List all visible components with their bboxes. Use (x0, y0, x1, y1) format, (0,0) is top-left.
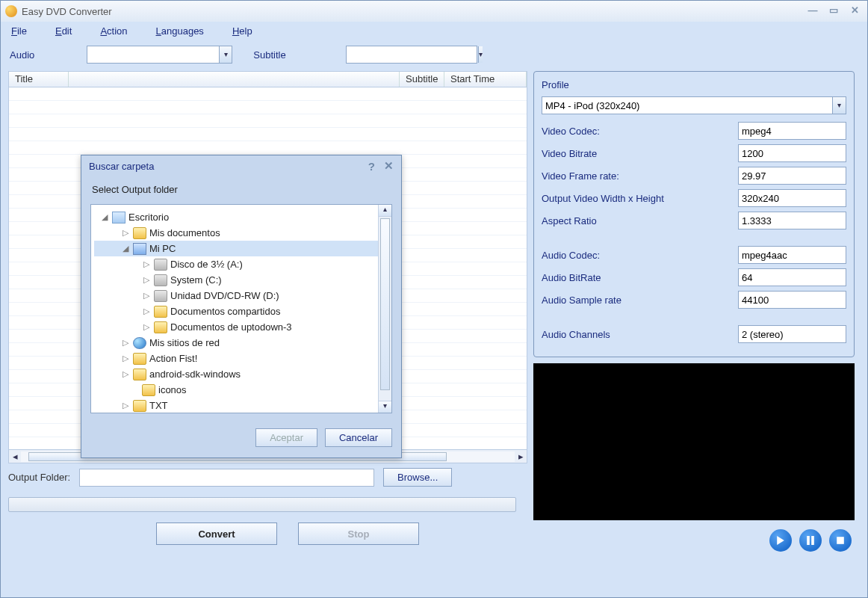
audio-label: Audio (10, 49, 34, 61)
list-header: Title Subtitle Start Time (8, 71, 527, 87)
scroll-thumb[interactable] (380, 218, 390, 390)
output-folder-row: Output Folder: Browse... (8, 468, 527, 487)
folder-tree[interactable]: ◢Escritorio ▷Mis documentos ◢Mi PC ▷Disc… (90, 204, 392, 413)
stop-button[interactable]: Stop (298, 523, 419, 545)
menu-file[interactable]: File (11, 25, 27, 37)
scroll-right-icon[interactable]: ▸ (515, 451, 527, 462)
scroll-down-icon[interactable]: ▾ (379, 401, 391, 413)
svg-rect-1 (811, 536, 814, 545)
output-wh-label: Output Video Width x Height (542, 193, 738, 204)
dialog-subtitle: Select Output folder (81, 176, 401, 200)
video-codec-select[interactable]: ▾ (738, 122, 846, 140)
audio-select[interactable]: ▾ (87, 46, 232, 64)
chevron-down-icon[interactable]: ▾ (478, 46, 483, 63)
tree-txt[interactable]: TXT (149, 400, 168, 411)
profile-label: Profile (542, 79, 846, 90)
menu-languages[interactable]: Languages (156, 25, 204, 37)
output-folder-label: Output Folder: (8, 472, 70, 483)
scroll-left-icon[interactable]: ◂ (9, 451, 21, 462)
col-start-time[interactable]: Start Time (444, 72, 527, 87)
tree-uptodown[interactable]: Documentos de uptodown-3 (170, 321, 292, 333)
dvd-drive-icon (154, 290, 167, 302)
audio-bitrate-select[interactable]: ▾ (738, 268, 846, 286)
cancel-button[interactable]: Cancelar (325, 428, 392, 447)
tree-scrollbar[interactable]: ▴ ▾ (378, 205, 391, 413)
profile-select[interactable]: ▾ (542, 96, 846, 114)
app-icon (5, 5, 17, 17)
dialog-close-icon[interactable]: ✕ (384, 159, 394, 173)
tree-androidsdk[interactable]: android-sdk-windows (149, 369, 241, 380)
audio-channels-select[interactable]: ▾ (738, 325, 846, 343)
title-list: Title Subtitle Start Time ◂ ▸ Output Fol… (8, 71, 527, 552)
pause-button[interactable] (799, 529, 822, 552)
video-framerate-label: Video Frame rate: (542, 170, 738, 182)
video-codec-label: Video Codec: (542, 126, 738, 137)
folder-icon (154, 321, 167, 333)
col-title[interactable]: Title (9, 72, 69, 87)
tree-shared[interactable]: Documentos compartidos (170, 306, 280, 317)
tree-actionfist[interactable]: Action Fist! (149, 353, 197, 364)
close-button[interactable]: ✕ (846, 5, 863, 17)
folder-icon (133, 353, 146, 365)
subtitle-label: Subtitle (253, 49, 285, 61)
app-title: Easy DVD Converter (22, 6, 112, 17)
menu-help[interactable]: Help (232, 25, 252, 37)
computer-icon (133, 243, 146, 255)
tree-dvd[interactable]: Unidad DVD/CD-RW (D:) (170, 290, 279, 301)
stop-playback-button[interactable] (829, 529, 852, 552)
play-button[interactable] (769, 529, 792, 552)
tree-mypc[interactable]: Mi PC (149, 243, 176, 254)
network-icon (133, 337, 146, 349)
scroll-up-icon[interactable]: ▴ (379, 205, 391, 217)
subtitle-input[interactable] (347, 46, 478, 63)
folder-browser-dialog: Buscar carpeta ? ✕ Select Output folder … (81, 155, 402, 458)
col-subtitle[interactable]: Subtitle (400, 72, 444, 87)
audio-samplerate-label: Audio Sample rate (542, 295, 738, 306)
maximize-button[interactable]: ▭ (825, 5, 842, 17)
menu-edit[interactable]: Edit (55, 25, 72, 37)
audio-samplerate-select[interactable]: ▾ (738, 291, 846, 309)
chevron-down-icon[interactable]: ▾ (832, 97, 846, 114)
drive-icon (154, 274, 167, 286)
video-bitrate-label: Video Bitrate (542, 148, 738, 159)
audio-codec-select[interactable]: ▾ (738, 246, 846, 264)
minimize-button[interactable]: — (805, 5, 821, 17)
audio-channels-label: Audio Channels (542, 329, 738, 340)
browse-button[interactable]: Browse... (383, 468, 452, 487)
tree-network[interactable]: Mis sitios de red (149, 337, 220, 348)
folder-icon (133, 400, 146, 412)
accept-button[interactable]: Aceptar (255, 428, 317, 447)
progress-bar (8, 497, 516, 512)
video-preview (533, 363, 855, 520)
desktop-icon (112, 212, 125, 224)
audio-input[interactable] (87, 46, 219, 63)
menu-action[interactable]: Action (100, 25, 127, 37)
audio-bitrate-label: Audio BitRate (542, 272, 738, 283)
tree-mydocs[interactable]: Mis documentos (149, 227, 220, 238)
svg-rect-2 (837, 537, 844, 544)
output-folder-input[interactable] (79, 469, 374, 487)
titlebar: Easy DVD Converter — ▭ ✕ (1, 1, 867, 22)
aspect-ratio-select[interactable]: ▾ (738, 212, 846, 229)
output-wh-select[interactable]: ▾ (738, 189, 846, 207)
folder-icon (154, 306, 167, 318)
folder-icon (142, 384, 155, 396)
tree-floppy[interactable]: Disco de 3½ (A:) (170, 259, 243, 270)
video-bitrate-select[interactable]: ▾ (738, 144, 846, 162)
aspect-ratio-label: Aspect Ratio (542, 215, 738, 226)
tree-system[interactable]: System (C:) (170, 274, 222, 286)
settings-panel: Profile ▾ Video Codec:▾ Video Bitrate▾ V… (533, 71, 855, 357)
help-icon[interactable]: ? (368, 160, 375, 173)
subtitle-select[interactable]: ▾ (346, 46, 477, 64)
convert-button[interactable]: Convert (156, 523, 277, 545)
video-framerate-select[interactable]: ▾ (738, 167, 846, 185)
menubar: File Edit Action Languages Help (1, 22, 867, 40)
dialog-title: Buscar carpeta (89, 161, 154, 172)
chevron-down-icon[interactable]: ▾ (219, 46, 232, 63)
tree-iconos[interactable]: iconos (158, 384, 187, 395)
tree-desktop[interactable]: Escritorio (128, 212, 169, 223)
folder-icon (133, 369, 146, 380)
profile-input[interactable] (542, 97, 832, 114)
audio-subtitle-row: Audio ▾ Subtitle ▾ (1, 40, 867, 71)
floppy-icon (154, 259, 167, 271)
